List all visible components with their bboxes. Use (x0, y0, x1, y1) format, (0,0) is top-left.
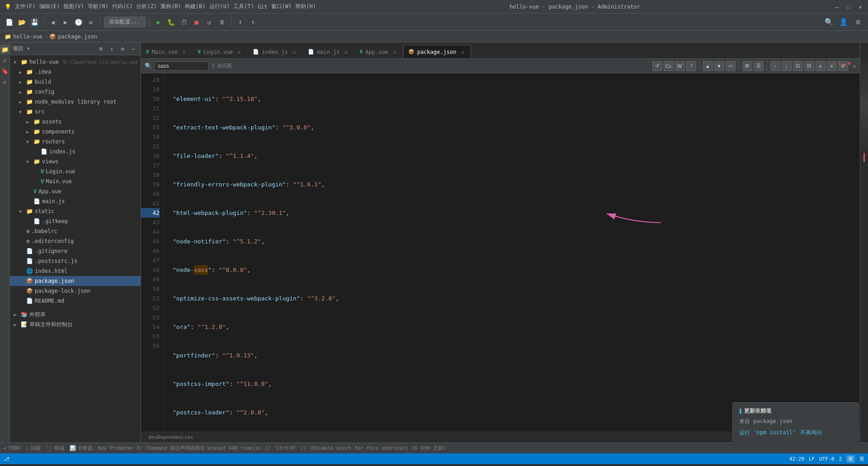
tab-app-vue[interactable]: V App.vue ✕ (354, 45, 403, 58)
sidebar-sort-button[interactable]: ↕ (107, 44, 116, 53)
tree-item-gitkeep[interactable]: ▶ 📄 .gitkeep (10, 216, 141, 226)
add-config-button[interactable]: 添加配置... (104, 17, 146, 27)
tree-item-assets[interactable]: ▶ 📁 assets (10, 117, 141, 127)
pin-button[interactable]: ⊟ (804, 61, 814, 71)
structure-panel-button[interactable]: ≡ (0, 77, 10, 87)
close-button[interactable]: ✕ (857, 4, 863, 10)
dismiss-button[interactable]: 不再询问 (800, 429, 822, 437)
tab-main-vue[interactable]: V Main.vue ✕ (141, 45, 193, 58)
error-nav-down[interactable]: ▼ (848, 61, 851, 67)
menu-navigate[interactable]: 导航(N) (88, 3, 108, 10)
scroll-up-button[interactable]: ↑ (770, 61, 780, 71)
analysis-button[interactable]: 📊 分析器 (70, 445, 93, 452)
search-replace-button[interactable]: ↺ (652, 61, 662, 71)
tree-item-router-index[interactable]: ▶ 📄 index.js (10, 147, 141, 157)
maximize-button[interactable]: ☐ (845, 4, 852, 10)
tree-item-scratches[interactable]: ▶ 📝 草稿文件和控制台 (10, 319, 141, 329)
menu-help[interactable]: 帮助(H) (295, 3, 316, 10)
tree-item-main-js[interactable]: ▶ 📄 main.js (10, 196, 141, 206)
regex-button[interactable]: .* (686, 61, 696, 71)
git-update-button[interactable]: ⬇ (235, 17, 246, 28)
npm-install-button[interactable]: 运行 'npm install' (739, 429, 796, 437)
user-button[interactable]: 👤 (837, 16, 850, 29)
todo-button[interactable]: ✔ TODO (4, 445, 20, 451)
tree-item-components[interactable]: ▶ 📁 components (10, 127, 141, 137)
menu-run[interactable]: 运行(U) (209, 3, 230, 10)
tab-login-vue[interactable]: V Login.vue ✕ (193, 45, 248, 58)
recent-button[interactable]: 🕐 (73, 17, 84, 28)
new-project-button[interactable]: 📄 (4, 17, 14, 28)
run-button[interactable]: ▶ (153, 17, 164, 28)
scroll-down-button[interactable]: ↓ (782, 61, 792, 71)
menu-tools[interactable]: 工具(T) (233, 3, 254, 10)
breadcrumb-project[interactable]: hello-vue (13, 33, 42, 40)
tree-item-root[interactable]: ▼ 📁 hello-vue D:\Java\Vue-cli\hello-vue (10, 57, 141, 67)
terminal-button[interactable]: ⬛ 终端 (46, 445, 64, 452)
prev-match-button[interactable]: ▲ (703, 61, 713, 71)
tree-item-routers[interactable]: ▼ 📁 routers (10, 137, 141, 147)
tree-item-node-modules[interactable]: ▶ 📁 node_modules library root (10, 97, 141, 107)
git-push-button[interactable]: ⬆ (248, 17, 259, 28)
tree-item-libs[interactable]: ▶ 📚 外部库 (10, 309, 141, 319)
tree-item-src[interactable]: ▼ 📁 src (10, 107, 141, 117)
tree-item-readme[interactable]: ▶ 📄 README.md (10, 296, 141, 306)
extra-button[interactable]: ☰ (754, 61, 764, 71)
menu-build[interactable]: 构建(B) (185, 3, 206, 10)
search-global-button[interactable]: 🔍 (823, 16, 835, 29)
menu-view[interactable]: 视图(V) (63, 3, 84, 10)
forward-button[interactable]: ▶ (60, 17, 71, 28)
error-nav-up[interactable]: ▲ (843, 61, 846, 67)
save-button[interactable]: 💾 (29, 17, 40, 28)
menu-window[interactable]: 窗口(W) (271, 3, 292, 10)
stop-button[interactable]: ■ (191, 17, 202, 28)
next-match-button[interactable]: ▼ (714, 61, 724, 71)
tab-package-json[interactable]: 📦 package.json ✕ (403, 45, 472, 58)
back-button[interactable]: ◀ (47, 17, 58, 28)
tree-item-package-lock-json[interactable]: ▶ 📦 package-lock.json (10, 286, 141, 296)
debug-button[interactable]: 🐛 (166, 17, 177, 28)
menu-git[interactable]: Git (258, 4, 268, 10)
expand-button[interactable]: ⊡ (793, 61, 803, 71)
profile-button[interactable]: ⏱ (179, 17, 189, 28)
sidebar-filter-button[interactable]: ⚙ (118, 44, 127, 53)
app-vue-tab-close[interactable]: ✕ (391, 48, 398, 56)
menu-refactor[interactable]: 重构(R) (160, 3, 181, 10)
tree-item-postcssrc[interactable]: ▶ 📄 .postcssrc.js (10, 256, 141, 266)
tree-item-app-vue[interactable]: ▶ V App.vue (10, 186, 141, 196)
tree-item-babelrc[interactable]: ▶ ⚙ .babelrc (10, 226, 141, 236)
main-vue-tab-close[interactable]: ✕ (180, 48, 188, 56)
bookmark-panel-button[interactable]: 🔖 (0, 66, 10, 76)
in-selection-button[interactable]: ▭ (726, 61, 736, 71)
tab-index-js[interactable]: 📄 index.js ✕ (248, 45, 303, 58)
tree-item-build[interactable]: ▶ 📁 build (10, 77, 141, 87)
tree-item-editorconfig[interactable]: ▶ ⚙ .editorconfig (10, 236, 141, 246)
switch-button[interactable]: ⇄ (85, 17, 96, 28)
tree-item-package-json[interactable]: ▶ 📦 package.json (10, 276, 141, 286)
search-close-button[interactable]: ✕ (853, 62, 856, 70)
menu-file[interactable]: 文件(F) (15, 3, 36, 10)
sidebar-collapse-button[interactable]: — (129, 44, 138, 53)
tree-item-main-vue[interactable]: ▶ V Main.vue (10, 176, 141, 186)
commit-panel-button[interactable]: ✔ (0, 55, 10, 65)
menu-code[interactable]: 代码(C) (112, 3, 133, 10)
tree-item-gitignore[interactable]: ▶ 📄 .gitignore (10, 246, 141, 256)
minimize-button[interactable]: — (834, 4, 840, 10)
filter-button[interactable]: ⊞ (742, 61, 752, 71)
search-input[interactable] (155, 62, 209, 71)
package-json-tab-close[interactable]: ✕ (459, 48, 466, 56)
problems-button[interactable]: ⚠ 问题 (26, 445, 41, 452)
lines-button[interactable]: ≡ (816, 61, 826, 71)
sidebar-layout-button[interactable]: ⊞ (96, 44, 105, 53)
tree-item-views[interactable]: ▼ 📁 views (10, 157, 141, 166)
code-editor[interactable]: 28 29 30 31 32 33 34 35 36 37 38 39 40 4… (141, 73, 860, 432)
whole-word-button[interactable]: W (675, 61, 685, 71)
tree-item-index-html[interactable]: ▶ 🌐 index.html (10, 266, 141, 276)
index-js-tab-close[interactable]: ✕ (291, 48, 298, 56)
settings-button[interactable]: ⚙ (852, 16, 864, 29)
menu-analyze[interactable]: 分析(Z) (136, 3, 157, 10)
menu-edit[interactable]: 编辑(E) (39, 3, 60, 10)
login-vue-tab-close[interactable]: ✕ (236, 48, 243, 56)
reload-button[interactable]: ↺ (204, 17, 215, 28)
breadcrumb-file[interactable]: package.json (58, 33, 97, 40)
tab-main-js[interactable]: 📄 main.js ✕ (303, 45, 355, 58)
